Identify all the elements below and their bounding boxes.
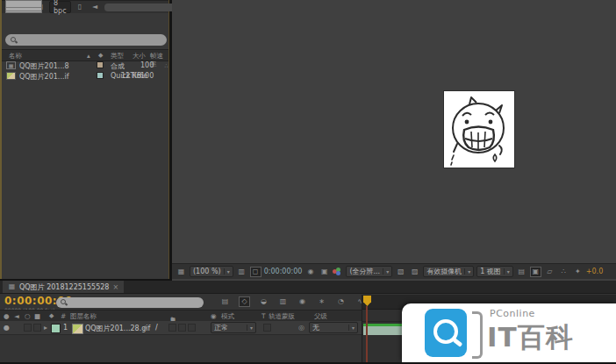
resolution-dropdown[interactable]: (全分辨... ▾: [346, 266, 392, 277]
viewer-bottom-toolbar: ▦ (100 %) ▾ ▥ ◻ 0:00:00:00 ◉ ▣ (全分辨... ▾…: [172, 263, 616, 279]
chevron-down-icon: ▾: [247, 325, 253, 331]
pconline-watermark: PConline IT百科: [402, 303, 616, 362]
exposure-value[interactable]: +0.0: [586, 268, 603, 275]
project-search-box[interactable]: [5, 34, 167, 46]
fast-preview-icon[interactable]: ▱: [544, 267, 555, 277]
magnification-dropdown[interactable]: (100 %) ▾: [190, 266, 233, 277]
camera-view-dropdown[interactable]: 有效摄像机 ▾: [423, 266, 474, 277]
search-icon: [11, 37, 18, 44]
layer-visibility-icon[interactable]: ●: [4, 324, 10, 332]
project-row-composition[interactable]: ▦ QQ图片201...8 合成 100 ∴: [2, 60, 168, 70]
transparency-grid-icon[interactable]: ▨: [409, 267, 420, 277]
region-of-interest-icon[interactable]: ▧: [395, 267, 406, 277]
chevron-down-icon: ▾: [464, 268, 470, 275]
parent-pickwhip-icon[interactable]: ◎: [298, 324, 304, 332]
project-item-size: 12 KB: [121, 72, 141, 80]
project-item-name[interactable]: QQ图片201...if: [19, 72, 69, 82]
blend-cell[interactable]: [178, 324, 186, 332]
project-search-input[interactable]: [20, 33, 161, 46]
thumbnail-divider: [6, 11, 41, 11]
parent-dropdown[interactable]: 无 ▾: [309, 322, 358, 333]
index-column-header[interactable]: #: [61, 312, 66, 320]
watermark-logo: [425, 309, 467, 357]
chevron-down-icon: ▾: [504, 268, 510, 275]
snapshot-icon[interactable]: ◉: [304, 267, 316, 277]
comp-usage-icon: ∴: [161, 61, 171, 69]
label-color-swatch[interactable]: [97, 61, 104, 68]
draft-3d-icon[interactable]: ◇: [239, 296, 250, 307]
pixel-aspect-icon[interactable]: ▣: [530, 267, 541, 277]
view-layout-dropdown[interactable]: 1 视图 ▾: [476, 266, 513, 277]
project-panel: 名称 ▴ ◆ 类型 大小 帧速率 ▦ QQ图片201...8 合成 100 ∴ …: [0, 0, 169, 279]
scroll-left-icon[interactable]: ◄: [90, 2, 101, 12]
composition-icon: ▦: [8, 282, 16, 292]
lock-cell[interactable]: [33, 324, 41, 332]
mode-column-header[interactable]: 模式: [221, 312, 234, 321]
project-row-footage[interactable]: QQ图片201...if QuickTime 12 KB 100: [2, 70, 168, 81]
lock-column-icon[interactable]: ■: [34, 312, 40, 320]
layer-row[interactable]: ● ▸ 1 QQ图片201...28.gif ∗ / 正常 ▾ ◎ 无 ▾: [0, 321, 362, 335]
label-column-icon[interactable]: ◆: [98, 52, 103, 59]
motion-blur-icon[interactable]: ◉: [297, 296, 308, 307]
after-effects-window: 名称 ▴ ◆ 类型 大小 帧速率 ▦ QQ图片201...8 合成 100 ∴ …: [0, 0, 616, 364]
trkmat-t-header[interactable]: T: [261, 312, 266, 320]
reset-exposure-icon[interactable]: ✦: [572, 267, 584, 277]
hide-shy-layers-icon[interactable]: ◒: [258, 296, 269, 307]
brainstorm-icon[interactable]: ∗: [316, 296, 327, 307]
solo-cell[interactable]: [24, 324, 32, 332]
solo-column-icon[interactable]: ○: [25, 312, 31, 320]
comp-flowchart-icon[interactable]: ∴: [558, 267, 569, 277]
label-column-icon[interactable]: ◆: [49, 312, 54, 319]
project-preview-thumbnail: [5, 0, 42, 13]
show-snapshot-icon[interactable]: ▣: [319, 267, 330, 277]
bracket-graphic: [472, 311, 483, 359]
chevron-down-icon: ▾: [383, 268, 389, 275]
grid-guides-icon[interactable]: ▥: [236, 267, 247, 277]
trash-icon[interactable]: ▯: [75, 2, 86, 12]
project-item-framerate: 100: [140, 72, 154, 80]
timeline-toolbar: ▤ ◇ ◒ ▥ ◉ ∗ ◔ ∿: [219, 296, 366, 307]
blend-mode-dropdown[interactable]: 正常 ▾: [211, 322, 256, 333]
trkmat-column-header[interactable]: 轨道蒙版: [269, 312, 295, 321]
video-column-icon[interactable]: ●: [4, 312, 10, 320]
footage-thumbnail-icon: [6, 72, 16, 80]
bit-depth-button[interactable]: 8 bpc: [49, 1, 71, 13]
show-channel-icon[interactable]: [333, 268, 343, 276]
collapse-toggle-icon[interactable]: ∗: [142, 324, 148, 332]
magnifier-handle: [453, 338, 463, 347]
timeline-search-box[interactable]: [56, 297, 204, 308]
auto-keyframe-icon[interactable]: ◔: [335, 296, 347, 307]
frame-blending-icon[interactable]: ▥: [277, 296, 289, 307]
thumbnail-divider: [6, 7, 41, 8]
close-icon[interactable]: ×: [112, 283, 118, 291]
trkmat-cell[interactable]: [263, 324, 271, 332]
fx-cell[interactable]: [168, 324, 176, 332]
watermark-title: IT百科: [487, 319, 574, 356]
quality-toggle[interactable]: /: [155, 324, 158, 332]
mask-visibility-icon[interactable]: ◻: [250, 267, 261, 277]
timeline-tab[interactable]: ▦ QQ图片 20181225155528 ×: [3, 281, 124, 293]
render-switch-icon[interactable]: ◉: [211, 312, 217, 320]
share-view-icon[interactable]: ▤: [516, 267, 527, 277]
comp-mini-flowchart-icon[interactable]: ▤: [219, 296, 231, 307]
layer-name[interactable]: QQ图片201...28.gif: [85, 324, 150, 333]
blur-cell[interactable]: [188, 324, 196, 332]
chevron-down-icon: ▾: [224, 268, 230, 275]
composition-viewer-panel: ▦ (100 %) ▾ ▥ ◻ 0:00:00:00 ◉ ▣ (全分辨... ▾…: [172, 0, 616, 281]
label-color-swatch[interactable]: [97, 72, 104, 79]
timeline-tab-label: QQ图片 20181225155528: [19, 282, 109, 292]
viewer-timecode[interactable]: 0:00:00:00: [264, 268, 303, 275]
character-drawing: [444, 91, 514, 168]
expand-arrow-icon[interactable]: ▸: [44, 324, 47, 332]
always-preview-icon[interactable]: ▦: [175, 267, 187, 277]
timeline-search-input[interactable]: [70, 296, 199, 309]
audio-column-icon[interactable]: ◄: [14, 312, 19, 320]
project-item-framerate: 100: [140, 61, 154, 69]
layer-label-swatch[interactable]: [51, 324, 61, 333]
parent-column-header[interactable]: 父级: [314, 312, 327, 321]
layer-index: 1: [63, 324, 68, 332]
layer-name-column-header[interactable]: 图层名称: [70, 312, 97, 321]
composition-image: [444, 91, 514, 168]
sort-ascending-icon[interactable]: ▴: [87, 52, 90, 60]
layer-duration-bar[interactable]: [363, 326, 404, 335]
